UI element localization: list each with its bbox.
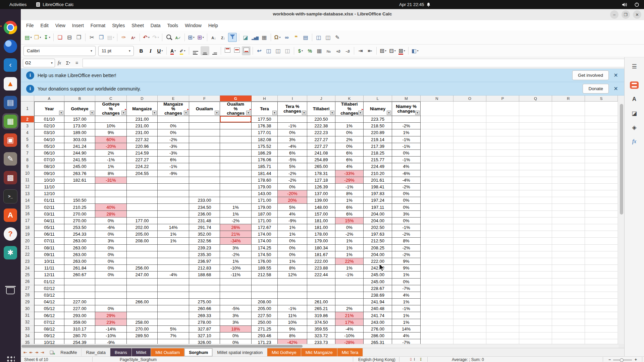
- cell-H15[interactable]: 179.00: [252, 204, 278, 210]
- cell-N20[interactable]: [421, 238, 453, 244]
- cell-L34[interactable]: 286.00: [364, 333, 392, 339]
- add-sheet-button[interactable]: ❏+: [47, 348, 56, 356]
- cell-L12[interactable]: 198.41: [364, 184, 392, 190]
- dock-item-writer-icon[interactable]: ▤: [2, 95, 18, 111]
- cell-M20[interactable]: 8%: [392, 238, 421, 244]
- cell-R10[interactable]: [552, 170, 585, 177]
- cell-C30[interactable]: 0%: [95, 305, 127, 312]
- cell-N16[interactable]: [421, 211, 453, 218]
- cell-M24[interactable]: 9%: [392, 265, 421, 272]
- cell-N34[interactable]: [421, 333, 453, 339]
- dropdown-arrow-icon[interactable]: ▾: [174, 49, 176, 52]
- cell-D33[interactable]: 270.00: [127, 326, 158, 333]
- cell-O32[interactable]: [453, 319, 486, 326]
- dock-item-impress-icon[interactable]: ▣: [2, 132, 18, 148]
- row-header-28[interactable]: 28: [21, 292, 34, 299]
- cell-D11[interactable]: [127, 177, 158, 184]
- cell-L13[interactable]: 197.83: [364, 190, 392, 197]
- cell-G35[interactable]: 0%: [220, 339, 252, 344]
- cell-K1[interactable]: Tillaberi%changes▼▸: [335, 102, 364, 116]
- cell-Q31[interactable]: [519, 312, 552, 319]
- cell-N2[interactable]: [421, 116, 453, 123]
- paste-button[interactable]: ▤▾: [106, 33, 115, 42]
- sheet-tab-mkt-gotheye[interactable]: Mkt Gotheye: [267, 348, 301, 356]
- row-header-32[interactable]: 32: [21, 319, 34, 326]
- cell-O23[interactable]: [453, 258, 486, 265]
- cell-G7[interactable]: [220, 150, 252, 157]
- cell-M10[interactable]: -6%: [392, 170, 421, 177]
- cell-L1[interactable]: Niamey▼: [364, 102, 392, 116]
- cell-N7[interactable]: [421, 150, 453, 157]
- formula-input[interactable]: [83, 59, 638, 67]
- row-header-19[interactable]: 19: [21, 231, 34, 238]
- format-currency-button[interactable]: $▾: [296, 46, 305, 55]
- cell-K30[interactable]: 2%: [335, 305, 364, 312]
- select-all-corner[interactable]: [21, 96, 34, 102]
- cell-C33[interactable]: -14%: [95, 326, 127, 333]
- cell-D12[interactable]: [127, 184, 158, 190]
- cell-I31[interactable]: 11%: [278, 312, 307, 319]
- cell-E1[interactable]: Mangaize%changes▼▸: [158, 102, 189, 116]
- insert-column-button[interactable]: ⊞▾: [196, 33, 205, 42]
- clear-formatting-button[interactable]: Aˣ: [129, 33, 138, 42]
- cell-K22[interactable]: 1%: [335, 251, 364, 258]
- cell-P19[interactable]: [486, 231, 519, 238]
- cell-D13[interactable]: [127, 190, 158, 197]
- row-header-33[interactable]: 33: [21, 326, 34, 333]
- cell-O22[interactable]: [453, 251, 486, 258]
- cell-D23[interactable]: [127, 258, 158, 265]
- cell-S5[interactable]: [585, 136, 618, 143]
- cell-C4[interactable]: 9%: [95, 129, 127, 136]
- cell-R26[interactable]: [552, 279, 585, 285]
- row-header-16[interactable]: 16: [21, 211, 34, 218]
- cell-M2[interactable]: [392, 116, 421, 123]
- cell-Q26[interactable]: [519, 279, 552, 285]
- cell-J19[interactable]: 178.00: [307, 231, 335, 238]
- cell-O20[interactable]: [453, 238, 486, 244]
- cell-K2[interactable]: [335, 116, 364, 123]
- cell-M27[interactable]: -7%: [392, 285, 421, 292]
- row-header-2[interactable]: 2: [21, 116, 34, 123]
- cell-K13[interactable]: 8%: [335, 190, 364, 197]
- cell-R16[interactable]: [552, 211, 585, 218]
- column-header-D[interactable]: D: [127, 96, 158, 102]
- menu-data[interactable]: Data: [147, 21, 164, 29]
- cell-C22[interactable]: 0%: [95, 251, 127, 258]
- cell-F2[interactable]: [189, 116, 220, 123]
- cell-Q9[interactable]: [519, 163, 552, 170]
- sidebar-navigator-icon[interactable]: ◈: [629, 122, 640, 132]
- autofilter-dropdown-J1[interactable]: ▼: [330, 111, 334, 115]
- cell-B31[interactable]: 293.00: [64, 312, 95, 319]
- sheet-tab-mkt-tera[interactable]: Mkt Tera: [337, 348, 363, 356]
- cell-D25[interactable]: 247.00: [127, 272, 158, 278]
- cell-R30[interactable]: [552, 305, 585, 312]
- column-header-H[interactable]: H: [252, 96, 278, 102]
- cell-N12[interactable]: [421, 184, 453, 190]
- next-sheet-button[interactable]: ↠: [35, 350, 39, 355]
- cell-I20[interactable]: 0%: [278, 238, 307, 244]
- cell-S32[interactable]: [585, 319, 618, 326]
- cell-G4[interactable]: [220, 129, 252, 136]
- sheet-tab-sorghum[interactable]: Sorghum: [184, 348, 213, 356]
- cell-Q5[interactable]: [519, 136, 552, 143]
- cell-S23[interactable]: [585, 258, 618, 265]
- cell-E5[interactable]: -2%: [158, 136, 189, 143]
- row-header-6[interactable]: 6: [21, 143, 34, 150]
- cell-C12[interactable]: [95, 184, 127, 190]
- cell-A14[interactable]: 01/11: [34, 197, 64, 204]
- cell-G5[interactable]: [220, 136, 252, 143]
- font-name-combo[interactable]: Calibri▾: [23, 46, 96, 56]
- cell-B34[interactable]: 280.70: [64, 333, 95, 339]
- cell-L24[interactable]: 242.00: [364, 265, 392, 272]
- close-icon[interactable]: ✕: [611, 85, 621, 92]
- cell-K5[interactable]: 2%: [335, 136, 364, 143]
- cell-C29[interactable]: [95, 299, 127, 305]
- dropdown-arrow-icon[interactable]: ▾: [113, 36, 114, 39]
- cell-D32[interactable]: 258.00: [127, 319, 158, 326]
- cell-A28[interactable]: 03/12: [34, 292, 64, 299]
- cell-O3[interactable]: [453, 123, 486, 129]
- cell-L15[interactable]: 197.11: [364, 204, 392, 210]
- cell-Q34[interactable]: [519, 333, 552, 339]
- cell-Q22[interactable]: [519, 251, 552, 258]
- cell-M35[interactable]: -7%: [392, 339, 421, 344]
